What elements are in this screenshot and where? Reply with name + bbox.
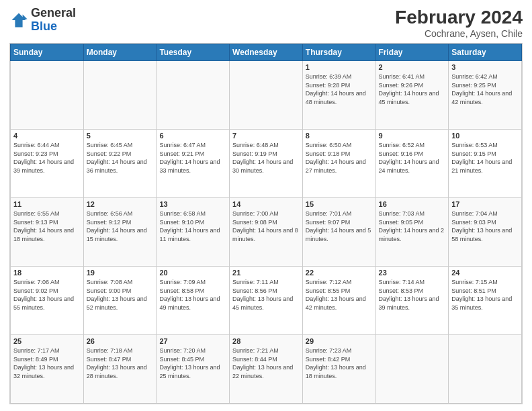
table-row: 7Sunrise: 6:48 AM Sunset: 9:19 PM Daylig… — [230, 130, 303, 198]
calendar-week-4: 18Sunrise: 7:06 AM Sunset: 9:02 PM Dayli… — [11, 267, 522, 335]
table-row — [375, 335, 449, 404]
day-info: Sunrise: 6:48 AM Sunset: 9:19 PM Dayligh… — [232, 141, 300, 175]
table-row: 22Sunrise: 7:12 AM Sunset: 8:55 PM Dayli… — [302, 267, 375, 335]
day-info: Sunrise: 6:52 AM Sunset: 9:16 PM Dayligh… — [379, 141, 446, 175]
day-info: Sunrise: 7:03 AM Sunset: 9:05 PM Dayligh… — [379, 210, 446, 243]
table-row — [83, 61, 157, 130]
day-info: Sunrise: 6:47 AM Sunset: 9:21 PM Dayligh… — [159, 141, 226, 175]
day-number: 5 — [87, 132, 154, 140]
day-number: 23 — [379, 269, 446, 277]
day-number: 9 — [379, 132, 446, 140]
calendar-week-2: 4Sunrise: 6:44 AM Sunset: 9:23 PM Daylig… — [11, 130, 522, 198]
table-row: 8Sunrise: 6:50 AM Sunset: 9:18 PM Daylig… — [302, 130, 375, 198]
calendar-week-1: 1Sunrise: 6:39 AM Sunset: 9:28 PM Daylig… — [11, 61, 522, 130]
title-block: February 2024 Cochrane, Aysen, Chile — [395, 7, 523, 39]
calendar-header-row: Sunday Monday Tuesday Wednesday Thursday… — [11, 44, 522, 61]
calendar-week-5: 25Sunrise: 7:17 AM Sunset: 8:49 PM Dayli… — [11, 335, 522, 404]
table-row: 27Sunrise: 7:20 AM Sunset: 8:45 PM Dayli… — [157, 335, 230, 404]
day-number: 7 — [232, 132, 300, 140]
table-row — [11, 61, 84, 130]
day-info: Sunrise: 6:39 AM Sunset: 9:28 PM Dayligh… — [306, 73, 373, 106]
day-number: 18 — [13, 269, 81, 277]
day-number: 6 — [159, 132, 226, 140]
table-row: 15Sunrise: 7:01 AM Sunset: 9:07 PM Dayli… — [302, 198, 375, 267]
day-info: Sunrise: 7:04 AM Sunset: 9:03 PM Dayligh… — [451, 210, 519, 243]
page-title: February 2024 — [395, 7, 523, 28]
day-number: 28 — [232, 337, 300, 345]
table-row: 24Sunrise: 7:15 AM Sunset: 8:51 PM Dayli… — [449, 267, 522, 335]
logo-blue-text: Blue — [31, 19, 57, 33]
day-number: 17 — [451, 200, 519, 208]
header-monday: Monday — [83, 44, 157, 61]
day-number: 19 — [87, 269, 154, 277]
table-row: 13Sunrise: 6:58 AM Sunset: 9:10 PM Dayli… — [157, 198, 230, 267]
day-info: Sunrise: 6:45 AM Sunset: 9:22 PM Dayligh… — [87, 141, 154, 175]
day-number: 25 — [13, 337, 81, 345]
table-row: 29Sunrise: 7:23 AM Sunset: 8:42 PM Dayli… — [302, 335, 375, 404]
day-info: Sunrise: 7:18 AM Sunset: 8:47 PM Dayligh… — [87, 347, 154, 380]
header-tuesday: Tuesday — [157, 44, 230, 61]
table-row — [230, 61, 303, 130]
header: General Blue February 2024 Cochrane, Ays… — [9, 7, 523, 39]
table-row: 1Sunrise: 6:39 AM Sunset: 9:28 PM Daylig… — [302, 61, 375, 130]
day-info: Sunrise: 7:08 AM Sunset: 9:00 PM Dayligh… — [87, 278, 154, 312]
day-info: Sunrise: 7:12 AM Sunset: 8:55 PM Dayligh… — [306, 278, 373, 312]
day-info: Sunrise: 7:21 AM Sunset: 8:44 PM Dayligh… — [232, 347, 300, 380]
calendar: Sunday Monday Tuesday Wednesday Thursday… — [9, 43, 523, 404]
day-number: 26 — [87, 337, 154, 345]
table-row — [449, 335, 522, 404]
day-info: Sunrise: 6:55 AM Sunset: 9:13 PM Dayligh… — [13, 210, 81, 243]
header-sunday: Sunday — [11, 44, 84, 61]
day-number: 20 — [159, 269, 226, 277]
day-number: 22 — [306, 269, 373, 277]
day-info: Sunrise: 6:42 AM Sunset: 9:25 PM Dayligh… — [451, 73, 519, 106]
day-info: Sunrise: 6:56 AM Sunset: 9:12 PM Dayligh… — [87, 210, 154, 243]
day-number: 1 — [306, 63, 373, 71]
day-number: 2 — [379, 63, 446, 71]
table-row: 5Sunrise: 6:45 AM Sunset: 9:22 PM Daylig… — [83, 130, 157, 198]
day-number: 27 — [159, 337, 226, 345]
day-number: 8 — [306, 132, 373, 140]
day-info: Sunrise: 6:50 AM Sunset: 9:18 PM Dayligh… — [306, 141, 373, 175]
logo-text: General Blue — [31, 7, 76, 34]
day-number: 15 — [306, 200, 373, 208]
day-number: 10 — [451, 132, 519, 140]
day-info: Sunrise: 7:14 AM Sunset: 8:53 PM Dayligh… — [379, 278, 446, 312]
table-row: 26Sunrise: 7:18 AM Sunset: 8:47 PM Dayli… — [83, 335, 157, 404]
day-info: Sunrise: 7:01 AM Sunset: 9:07 PM Dayligh… — [306, 210, 373, 243]
table-row: 2Sunrise: 6:41 AM Sunset: 9:26 PM Daylig… — [375, 61, 449, 130]
table-row: 23Sunrise: 7:14 AM Sunset: 8:53 PM Dayli… — [375, 267, 449, 335]
table-row: 12Sunrise: 6:56 AM Sunset: 9:12 PM Dayli… — [83, 198, 157, 267]
table-row: 4Sunrise: 6:44 AM Sunset: 9:23 PM Daylig… — [11, 130, 84, 198]
table-row: 20Sunrise: 7:09 AM Sunset: 8:58 PM Dayli… — [157, 267, 230, 335]
calendar-week-3: 11Sunrise: 6:55 AM Sunset: 9:13 PM Dayli… — [11, 198, 522, 267]
page-subtitle: Cochrane, Aysen, Chile — [395, 28, 523, 39]
day-info: Sunrise: 7:00 AM Sunset: 9:08 PM Dayligh… — [232, 210, 300, 243]
day-info: Sunrise: 6:58 AM Sunset: 9:10 PM Dayligh… — [159, 210, 226, 243]
logo: General Blue — [9, 7, 76, 34]
day-info: Sunrise: 6:44 AM Sunset: 9:23 PM Dayligh… — [13, 141, 81, 175]
day-number: 24 — [451, 269, 519, 277]
table-row: 6Sunrise: 6:47 AM Sunset: 9:21 PM Daylig… — [157, 130, 230, 198]
day-number: 21 — [232, 269, 300, 277]
header-friday: Friday — [375, 44, 449, 61]
day-info: Sunrise: 7:09 AM Sunset: 8:58 PM Dayligh… — [159, 278, 226, 312]
table-row: 11Sunrise: 6:55 AM Sunset: 9:13 PM Dayli… — [11, 198, 84, 267]
day-info: Sunrise: 7:11 AM Sunset: 8:56 PM Dayligh… — [232, 278, 300, 312]
day-number: 11 — [13, 200, 81, 208]
table-row: 28Sunrise: 7:21 AM Sunset: 8:44 PM Dayli… — [230, 335, 303, 404]
table-row: 3Sunrise: 6:42 AM Sunset: 9:25 PM Daylig… — [449, 61, 522, 130]
table-row: 9Sunrise: 6:52 AM Sunset: 9:16 PM Daylig… — [375, 130, 449, 198]
header-thursday: Thursday — [302, 44, 375, 61]
header-saturday: Saturday — [449, 44, 522, 61]
day-number: 12 — [87, 200, 154, 208]
day-number: 13 — [159, 200, 226, 208]
day-info: Sunrise: 7:23 AM Sunset: 8:42 PM Dayligh… — [306, 347, 373, 380]
day-number: 29 — [306, 337, 373, 345]
day-number: 16 — [379, 200, 446, 208]
day-info: Sunrise: 7:20 AM Sunset: 8:45 PM Dayligh… — [159, 347, 226, 380]
day-info: Sunrise: 7:17 AM Sunset: 8:49 PM Dayligh… — [13, 347, 81, 380]
day-info: Sunrise: 7:06 AM Sunset: 9:02 PM Dayligh… — [13, 278, 81, 312]
table-row: 10Sunrise: 6:53 AM Sunset: 9:15 PM Dayli… — [449, 130, 522, 198]
table-row: 21Sunrise: 7:11 AM Sunset: 8:56 PM Dayli… — [230, 267, 303, 335]
